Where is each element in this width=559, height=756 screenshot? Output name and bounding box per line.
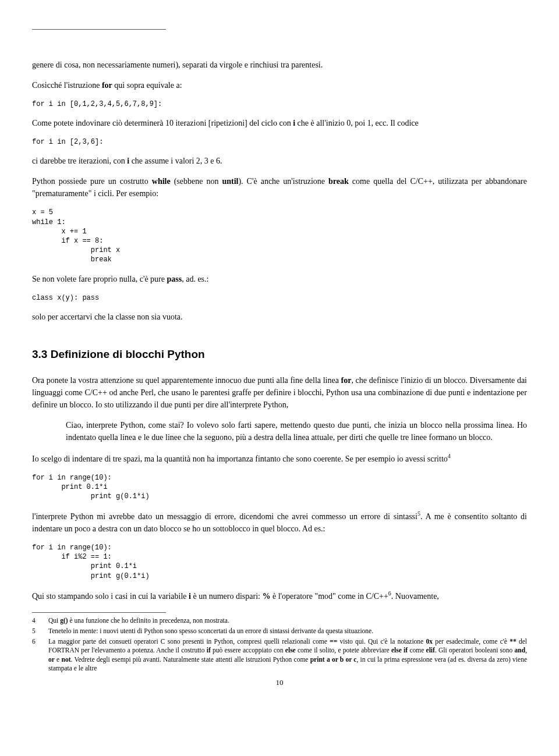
- footnote-num: 6: [32, 637, 48, 673]
- text: Come potete indovinare ciò determinerà 1…: [32, 119, 293, 127]
- text: Python possiede pure un costrutto: [32, 177, 152, 186]
- footnote-text: Qui g() è una funzione che ho definito i…: [48, 616, 527, 626]
- text: Qui sto stampando solo i casi in cui la …: [32, 591, 189, 600]
- keyword-while: while: [152, 177, 171, 186]
- text: è un numero dispari:: [191, 591, 262, 600]
- stmt-print-or: print a or b or c: [310, 656, 357, 663]
- text: come il solito, e potete abbreviare: [296, 647, 391, 654]
- text: Io scelgo di indentare di tre spazi, ma …: [32, 455, 448, 463]
- keyword-pass: pass: [167, 275, 182, 283]
- code-block: for i in [2,3,6]:: [32, 137, 527, 147]
- text: è l'operatore "mod" come in C/C++: [270, 591, 388, 600]
- section-heading: 3.3 Definizione di blocchi Python: [32, 346, 527, 363]
- text: l'interprete Python mi avrebbe dato un m…: [32, 512, 418, 521]
- text: La maggior parte dei consueti operatori …: [48, 638, 330, 645]
- keyword-until: until: [222, 177, 238, 186]
- text: Ora ponete la vostra attenzione su quel …: [32, 376, 341, 385]
- text: Cosicché l'istruzione: [32, 81, 102, 90]
- paragraph: l'interprete Python mi avrebbe dato un m…: [32, 509, 527, 535]
- keyword-and: and: [515, 647, 526, 654]
- footnote-4: 4 Qui g() è una funzione che ho definito…: [32, 616, 527, 626]
- operator-mod: %: [262, 591, 270, 600]
- paragraph: Cosicché l'istruzione for qui sopra equi…: [32, 79, 527, 91]
- keyword-or: or: [48, 656, 55, 663]
- keyword-elseif: else if: [391, 647, 408, 654]
- text: visto qui. Qui c'è la notazione: [337, 638, 426, 645]
- text: e: [55, 656, 62, 663]
- paragraph: solo per accertarvi che la classe non si…: [32, 311, 527, 323]
- text: che è all'inizio 0, poi 1, ecc. Il codic…: [295, 119, 419, 127]
- text: è una funzione che ho definito in preced…: [68, 617, 229, 624]
- footnotes-rule: [32, 612, 166, 613]
- text: Qui: [48, 617, 60, 624]
- footnotes: 4 Qui g() è una funzione che ho definito…: [32, 616, 527, 673]
- page-number: 10: [32, 677, 527, 688]
- text: ,: [525, 647, 527, 654]
- text: ci darebbe tre iterazioni, con: [32, 157, 127, 165]
- footnote-num: 5: [32, 627, 48, 636]
- footnote-ref-4: 4: [448, 453, 451, 459]
- keyword-if: if: [207, 647, 211, 654]
- footnote-6: 6 La maggior parte dei consueti operator…: [32, 637, 527, 673]
- code-block: for i in range(10): if i%2 == 1: print 0…: [32, 543, 527, 581]
- footnote-num: 4: [32, 616, 48, 626]
- text: Se non volete fare proprio nulla, c'è pu…: [32, 275, 167, 283]
- text: (sebbene non: [171, 177, 222, 186]
- paragraph: Io scelgo di indentare di tre spazi, ma …: [32, 452, 527, 465]
- keyword-for: for: [341, 376, 352, 385]
- hex-0x: 0x: [426, 638, 433, 645]
- text: , ad. es.:: [182, 275, 208, 283]
- footnote-text: Tenetelo in mente: i nuovi utenti di Pyt…: [48, 627, 527, 636]
- text: . Vedrete degli esempi più avanti. Natur…: [70, 656, 310, 663]
- header-rule: [32, 29, 166, 30]
- op-eq: ==: [330, 638, 337, 645]
- keyword-not: not: [61, 656, 70, 663]
- paragraph: Ora ponete la vostra attenzione su quel …: [32, 374, 527, 411]
- code-block: for i in [0,1,2,3,4,5,6,7,8,9]:: [32, 100, 527, 109]
- paragraph: Qui sto stampando solo i casi in cui la …: [32, 589, 527, 602]
- keyword-elif: elif: [426, 647, 435, 654]
- text: . Nuovamente,: [391, 591, 439, 600]
- code-block: class x(y): pass: [32, 293, 527, 303]
- text: può essere accoppiato con: [211, 647, 285, 654]
- code-block: for i in range(10): print 0.1*i print g(…: [32, 473, 527, 502]
- func-g: g(): [60, 617, 68, 624]
- text: ). C'è anche un'istruzione: [238, 177, 328, 186]
- text: qui sopra equivale a:: [112, 81, 182, 90]
- text: come: [408, 647, 426, 654]
- quote-block: Ciao, interprete Python, come stai? Io v…: [66, 419, 527, 443]
- op-pow: **: [510, 638, 516, 645]
- paragraph: Python possiede pure un costrutto while …: [32, 175, 527, 200]
- code-block: x = 5 while 1: x += 1 if x == 8: print x…: [32, 208, 527, 264]
- footnote-5: 5 Tenetelo in mente: i nuovi utenti di P…: [32, 627, 527, 636]
- text: per esadecimale, come c'è: [433, 638, 510, 645]
- paragraph: ci darebbe tre iterazioni, con i che ass…: [32, 155, 527, 167]
- keyword-break: break: [328, 177, 349, 186]
- footnote-text: La maggior parte dei consueti operatori …: [48, 637, 527, 673]
- keyword-for: for: [102, 81, 112, 90]
- paragraph: Come potete indovinare ciò determinerà 1…: [32, 117, 527, 129]
- paragraph: genere di cosa, non necessariamente nume…: [32, 59, 527, 71]
- text: . Gli operatori booleani sono: [435, 647, 515, 654]
- text: che assume i valori 2, 3 e 6.: [129, 157, 222, 165]
- paragraph: Se non volete fare proprio nulla, c'è pu…: [32, 273, 527, 285]
- keyword-else: else: [285, 647, 296, 654]
